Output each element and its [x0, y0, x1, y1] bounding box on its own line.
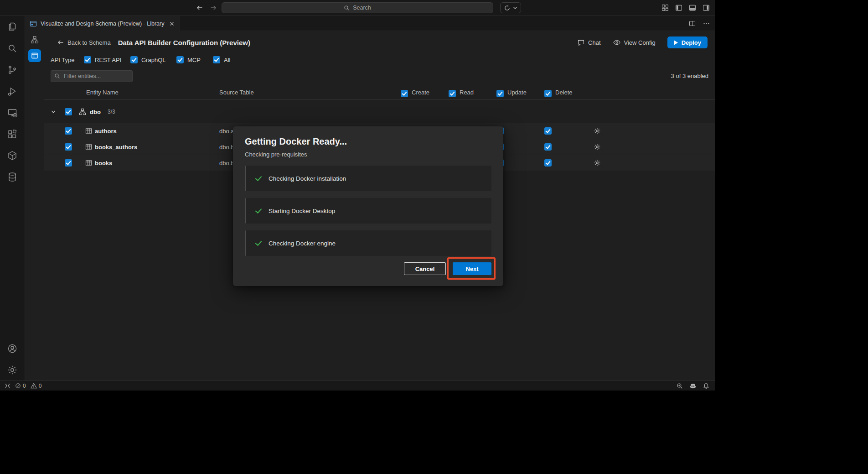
- tab-label: Visualize and Design Schema (Preview) - …: [41, 21, 165, 27]
- schema-group-row[interactable]: dbo 3/3: [44, 104, 715, 120]
- run-debug-icon[interactable]: [0, 80, 25, 102]
- row-delete-checkbox[interactable]: [544, 127, 552, 135]
- step-label: Starting Docker Desktop: [269, 208, 335, 214]
- table-icon: [85, 128, 92, 135]
- chevron-down-icon[interactable]: [51, 109, 56, 115]
- accounts-icon[interactable]: [0, 338, 25, 359]
- step-label: Checking Docker engine: [269, 240, 336, 247]
- view-config-label: View Config: [624, 39, 656, 46]
- deploy-button[interactable]: Deploy: [667, 36, 708, 48]
- vscode-window: Search: [0, 0, 715, 391]
- table-header: Entity Name Source Table Create Read Upd…: [44, 89, 715, 99]
- database-icon[interactable]: [0, 166, 25, 188]
- chat-button[interactable]: Chat: [577, 39, 600, 47]
- next-button[interactable]: Next: [453, 262, 491, 275]
- step-label: Checking Docker installation: [269, 175, 346, 182]
- warnings-count: 0: [39, 383, 42, 389]
- deploy-label: Deploy: [682, 39, 701, 46]
- step-docker-installation: Checking Docker installation: [245, 166, 491, 191]
- row-delete-checkbox[interactable]: [544, 143, 552, 151]
- customize-layout-icon[interactable]: [661, 4, 669, 12]
- rest-api-label: REST API: [95, 57, 121, 63]
- check-success-icon: [254, 174, 263, 182]
- more-actions-icon[interactable]: [703, 20, 710, 27]
- prerequisite-steps: Checking Docker installation Starting Do…: [245, 166, 491, 256]
- select-all-create-checkbox[interactable]: [401, 90, 408, 97]
- back-to-schema-link[interactable]: Back to Schema: [57, 39, 111, 46]
- back-label: Back to Schema: [67, 39, 111, 46]
- dab-config-tool-selected[interactable]: [28, 49, 41, 62]
- dialog-title: Getting Docker Ready...: [245, 136, 491, 147]
- row-select-checkbox[interactable]: [65, 143, 72, 151]
- warning-triangle-icon: [31, 383, 37, 389]
- errors-indicator[interactable]: 0: [15, 383, 26, 389]
- row-delete-checkbox[interactable]: [544, 159, 552, 167]
- check-success-icon: [254, 207, 263, 215]
- row-settings-gear-icon[interactable]: [594, 159, 601, 167]
- error-circle-icon: [15, 383, 21, 389]
- select-all-update-checkbox[interactable]: [496, 90, 504, 97]
- mcp-checkbox[interactable]: [176, 56, 184, 63]
- group-select-checkbox[interactable]: [65, 108, 72, 115]
- row-select-checkbox[interactable]: [65, 127, 72, 135]
- graphql-label: GraphQL: [141, 57, 165, 63]
- toggle-panel-icon[interactable]: [688, 4, 697, 12]
- col-entity-name: Entity Name: [86, 89, 119, 96]
- getting-docker-ready-dialog: Getting Docker Ready... Checking pre-req…: [233, 126, 503, 286]
- warnings-indicator[interactable]: 0: [31, 383, 42, 389]
- cancel-button[interactable]: Cancel: [404, 262, 446, 275]
- toggle-sidebar-right-icon[interactable]: [702, 4, 710, 12]
- close-tab-icon[interactable]: [169, 21, 175, 27]
- copilot-icon[interactable]: [689, 382, 697, 390]
- zoom-indicator-icon[interactable]: [677, 383, 683, 389]
- view-config-button[interactable]: View Config: [613, 38, 656, 47]
- settings-gear-icon[interactable]: [0, 359, 25, 380]
- source-table: dbo.a: [219, 128, 234, 135]
- eye-icon: [613, 38, 621, 47]
- col-read: Read: [460, 89, 474, 96]
- rest-api-checkbox[interactable]: [84, 56, 91, 63]
- mcp-label: MCP: [187, 57, 201, 63]
- api-type-filter-row: API Type REST API GraphQL MCP All: [44, 54, 715, 66]
- col-create: Create: [412, 89, 429, 96]
- forward-arrow-icon[interactable]: [210, 4, 217, 11]
- container-tools-icon[interactable]: [0, 145, 25, 166]
- row-select-checkbox[interactable]: [65, 159, 72, 167]
- graphql-checkbox[interactable]: [130, 56, 138, 63]
- schema-tab-icon: [30, 20, 37, 27]
- source-table: dbo.b: [219, 160, 234, 167]
- split-editor-icon[interactable]: [688, 20, 696, 27]
- all-checkbox[interactable]: [213, 56, 220, 63]
- explorer-icon[interactable]: [0, 16, 25, 37]
- extensions-icon[interactable]: [0, 123, 25, 145]
- back-arrow-icon: [57, 39, 64, 46]
- chat-label: Chat: [588, 39, 600, 46]
- session-dropdown[interactable]: [500, 2, 521, 13]
- command-center-search[interactable]: Search: [222, 2, 493, 13]
- source-control-icon[interactable]: [0, 59, 25, 80]
- row-settings-gear-icon[interactable]: [594, 127, 601, 135]
- search-sidebar-icon[interactable]: [0, 37, 25, 59]
- dialog-subtitle: Checking pre-requisites: [245, 151, 491, 158]
- errors-count: 0: [23, 383, 26, 389]
- activity-bar: [0, 16, 25, 380]
- filter-entities-input[interactable]: [51, 70, 133, 82]
- notifications-bell-icon[interactable]: [703, 383, 709, 389]
- step-docker-engine: Checking Docker engine: [245, 230, 491, 256]
- webview-tool-strip: [25, 31, 44, 380]
- select-all-read-checkbox[interactable]: [449, 90, 456, 97]
- all-label: All: [224, 57, 230, 63]
- filter-row: 3 of 3 enabled: [44, 70, 715, 82]
- entity-name: authors: [95, 128, 117, 135]
- tab-visualize-design-schema[interactable]: Visualize and Design Schema (Preview) - …: [25, 16, 180, 31]
- schema-hierarchy-icon: [79, 108, 86, 115]
- schema-designer-icon[interactable]: [31, 36, 39, 44]
- row-settings-gear-icon[interactable]: [594, 143, 601, 151]
- back-arrow-icon[interactable]: [196, 4, 203, 11]
- remote-indicator[interactable]: [5, 383, 10, 389]
- select-all-delete-checkbox[interactable]: [544, 90, 552, 97]
- remote-explorer-icon[interactable]: [0, 102, 25, 123]
- source-table: dbo.b: [219, 144, 234, 151]
- toggle-sidebar-left-icon[interactable]: [675, 4, 683, 12]
- table-icon: [85, 160, 92, 167]
